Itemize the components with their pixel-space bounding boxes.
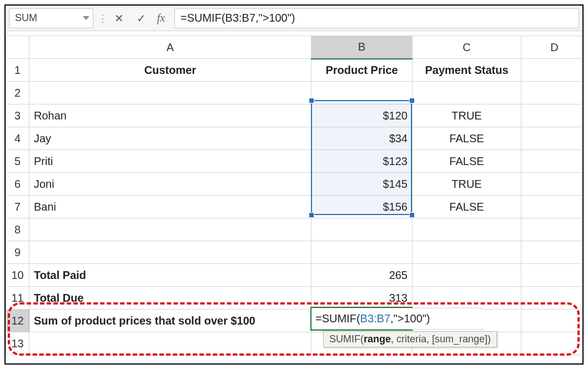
cell-B9[interactable] — [311, 241, 413, 264]
row-13: 13 — [6, 332, 583, 355]
toolbar-separator — [101, 9, 104, 28]
cell-D4[interactable] — [521, 127, 583, 150]
row-header[interactable]: 7 — [6, 196, 29, 218]
name-box[interactable]: SUM — [9, 8, 93, 28]
cell-B1[interactable]: Product Price — [311, 59, 413, 82]
cell-A13[interactable] — [29, 332, 311, 355]
cell-B12[interactable] — [311, 310, 413, 332]
cell-D8[interactable] — [521, 218, 583, 241]
row-4: 4 Jay $34 FALSE — [6, 127, 583, 150]
cell-C12[interactable] — [413, 310, 521, 332]
select-all-corner[interactable] — [6, 36, 29, 59]
cell-D3[interactable] — [521, 104, 583, 127]
formula-bar-input[interactable]: =SUMIF(B3:B7,">100") — [174, 8, 579, 28]
cell-A6[interactable]: Joni — [29, 173, 311, 196]
cell-D11[interactable] — [521, 287, 583, 310]
cell-D7[interactable] — [521, 196, 583, 218]
cell-C9[interactable] — [413, 241, 521, 264]
row-header[interactable]: 13 — [6, 332, 29, 355]
column-header-row: A B C D — [6, 36, 583, 59]
cell-D13[interactable] — [521, 332, 583, 355]
row-header[interactable]: 1 — [6, 59, 29, 82]
cell-C8[interactable] — [413, 218, 521, 241]
row-header[interactable]: 4 — [6, 127, 29, 150]
cell-C13[interactable] — [413, 332, 521, 355]
enter-button[interactable] — [130, 9, 152, 28]
cell-C6[interactable]: TRUE — [413, 173, 521, 196]
cell-D6[interactable] — [521, 173, 583, 196]
cell-C3[interactable]: TRUE — [413, 104, 521, 127]
cell-B5[interactable]: $123 — [311, 150, 413, 173]
cell-C1[interactable]: Payment Status — [413, 59, 521, 82]
row-header[interactable]: 5 — [6, 150, 29, 173]
cell-A1[interactable]: Customer — [29, 59, 311, 82]
fx-icon[interactable]: fx — [152, 12, 172, 24]
cell-C10[interactable] — [413, 264, 521, 287]
cell-A3[interactable]: Rohan — [29, 104, 311, 127]
row-10: 10 Total Paid 265 — [6, 264, 583, 287]
row-2: 2 — [6, 82, 583, 104]
app-window: SUM fx =SUMIF(B3:B7,">100") A B C D 1 — [4, 4, 584, 365]
cell-D1[interactable] — [521, 59, 583, 82]
cell-B10[interactable]: 265 — [311, 264, 413, 287]
cell-C7[interactable]: FALSE — [413, 196, 521, 218]
chevron-down-icon[interactable] — [83, 16, 89, 20]
row-6: 6 Joni $145 TRUE — [6, 173, 583, 196]
cell-C4[interactable]: FALSE — [413, 127, 521, 150]
x-icon — [114, 12, 124, 25]
col-header-C[interactable]: C — [413, 36, 521, 59]
cell-A7[interactable]: Bani — [29, 196, 311, 218]
row-header[interactable]: 12 — [6, 310, 29, 332]
cell-D5[interactable] — [521, 150, 583, 173]
row-header[interactable]: 2 — [6, 82, 29, 104]
cell-C5[interactable]: FALSE — [413, 150, 521, 173]
row-header[interactable]: 8 — [6, 218, 29, 241]
cell-D9[interactable] — [521, 241, 583, 264]
row-header[interactable]: 9 — [6, 241, 29, 264]
cell-D10[interactable] — [521, 264, 583, 287]
spreadsheet-grid[interactable]: A B C D 1 Customer Product Price Payment… — [6, 36, 582, 363]
sheet-table: A B C D 1 Customer Product Price Payment… — [6, 36, 582, 355]
formula-toolbar: SUM fx =SUMIF(B3:B7,">100") — [6, 6, 582, 31]
row-header[interactable]: 11 — [6, 287, 29, 310]
cell-A8[interactable] — [29, 218, 311, 241]
cell-B3[interactable]: $120 — [311, 104, 413, 127]
cell-B2[interactable] — [311, 82, 413, 104]
formula-bar-text: =SUMIF(B3:B7,">100") — [180, 12, 295, 24]
cell-A12[interactable]: Sum of product prices that sold over $10… — [29, 310, 311, 332]
cell-A5[interactable]: Priti — [29, 150, 311, 173]
cell-B6[interactable]: $145 — [311, 173, 413, 196]
name-box-value: SUM — [15, 12, 37, 24]
row-5: 5 Priti $123 FALSE — [6, 150, 583, 173]
row-12: 12 Sum of product prices that sold over … — [6, 310, 583, 332]
cancel-button[interactable] — [108, 9, 130, 28]
cell-B7[interactable]: $156 — [311, 196, 413, 218]
cell-B11[interactable]: 313 — [311, 287, 413, 310]
row-8: 8 — [6, 218, 583, 241]
cell-B13[interactable] — [311, 332, 413, 355]
row-7: 7 Bani $156 FALSE — [6, 196, 583, 218]
row-header[interactable]: 3 — [6, 104, 29, 127]
cell-A9[interactable] — [29, 241, 311, 264]
row-1: 1 Customer Product Price Payment Status — [6, 59, 583, 82]
cell-A10[interactable]: Total Paid — [29, 264, 311, 287]
cell-C11[interactable] — [413, 287, 521, 310]
row-header[interactable]: 6 — [6, 173, 29, 196]
col-header-D[interactable]: D — [521, 36, 583, 59]
row-11: 11 Total Due 313 — [6, 287, 583, 310]
row-3: 3 Rohan $120 TRUE — [6, 104, 583, 127]
row-9: 9 — [6, 241, 583, 264]
cell-A11[interactable]: Total Due — [29, 287, 311, 310]
cell-D2[interactable] — [521, 82, 583, 104]
cell-A4[interactable]: Jay — [29, 127, 311, 150]
check-icon — [137, 12, 146, 25]
col-header-A[interactable]: A — [29, 36, 311, 59]
cell-A2[interactable] — [29, 82, 311, 104]
cell-C2[interactable] — [413, 82, 521, 104]
col-header-B[interactable]: B — [311, 36, 413, 59]
cell-B8[interactable] — [311, 218, 413, 241]
cell-D12[interactable] — [521, 310, 583, 332]
row-header[interactable]: 10 — [6, 264, 29, 287]
cell-B4[interactable]: $34 — [311, 127, 413, 150]
